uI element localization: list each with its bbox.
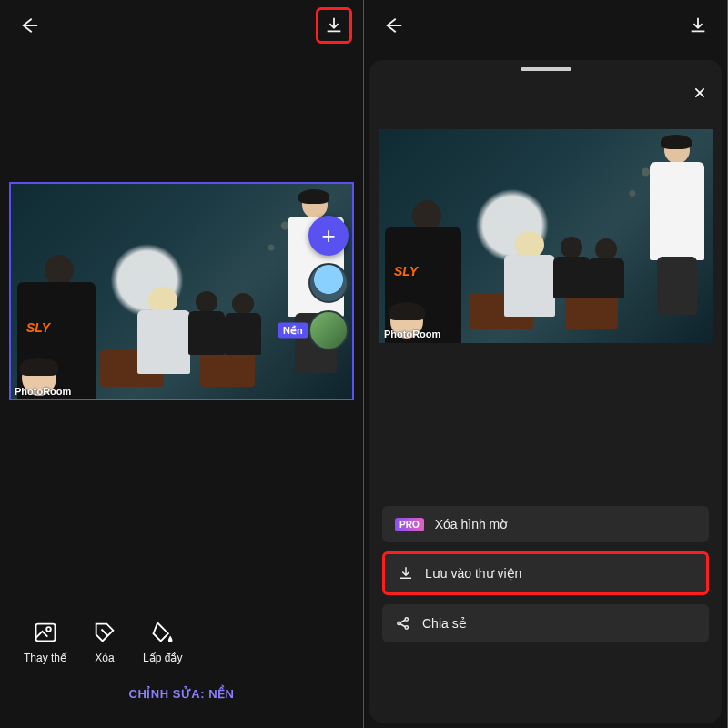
layer-tag: Nền xyxy=(278,323,308,339)
download-icon xyxy=(398,565,414,581)
layer-thumb-background[interactable]: Nền xyxy=(308,310,349,350)
download-icon xyxy=(688,15,708,35)
back-button[interactable] xyxy=(11,7,47,44)
image-icon xyxy=(33,620,58,645)
svg-rect-0 xyxy=(35,624,55,642)
svg-point-3 xyxy=(405,618,408,621)
close-button[interactable] xyxy=(687,80,713,106)
bottom-toolbar: Thay thế Xóa Lấp đầy xyxy=(0,620,363,664)
tool-label: Xóa xyxy=(95,652,114,664)
menu-share[interactable]: Chia sẻ xyxy=(382,604,709,642)
export-screen: SLY xyxy=(364,0,728,728)
back-button[interactable] xyxy=(375,7,411,44)
download-button[interactable] xyxy=(316,7,352,44)
download-button[interactable] xyxy=(680,7,716,44)
menu-save-to-gallery[interactable]: Lưu vào thư viện xyxy=(382,551,709,595)
menu-remove-watermark[interactable]: PRO Xóa hình mờ xyxy=(382,506,709,542)
menu-label: Xóa hình mờ xyxy=(435,517,509,531)
erase-icon xyxy=(92,620,117,645)
selection-frame xyxy=(9,182,354,400)
add-layer-button[interactable]: + xyxy=(308,216,349,256)
download-icon xyxy=(324,15,344,35)
svg-point-4 xyxy=(405,626,408,629)
layer-controls: + Nền xyxy=(308,216,349,350)
tool-delete[interactable]: Xóa xyxy=(92,620,117,664)
tool-label: Lấp đầy xyxy=(143,652,182,664)
canvas[interactable]: SLY xyxy=(9,182,354,400)
editor-screen: SLY xyxy=(0,0,364,728)
menu-label: Lưu vào thư viện xyxy=(425,566,521,581)
tool-replace[interactable]: Thay thế xyxy=(24,620,66,664)
topbar xyxy=(0,0,363,51)
menu-label: Chia sẻ xyxy=(422,616,467,631)
layer-thumb-subject[interactable] xyxy=(308,263,349,303)
svg-point-2 xyxy=(398,622,400,624)
share-icon xyxy=(395,615,411,632)
topbar xyxy=(364,0,727,51)
export-preview: SLY xyxy=(379,129,713,343)
export-sheet: SLY xyxy=(369,60,722,723)
tool-fill[interactable]: Lấp đầy xyxy=(143,620,182,664)
fill-icon xyxy=(150,620,176,645)
sheet-handle[interactable] xyxy=(521,67,571,71)
svg-point-1 xyxy=(46,627,51,632)
export-menu: PRO Xóa hình mờ Lưu vào thư viện Chia sẻ xyxy=(382,506,709,642)
editing-context-label: CHỈNH SỬA: NỀN xyxy=(0,687,363,701)
watermark: PhotoRoom xyxy=(384,329,440,339)
tool-label: Thay thế xyxy=(24,652,66,664)
pro-badge: PRO xyxy=(395,518,424,531)
